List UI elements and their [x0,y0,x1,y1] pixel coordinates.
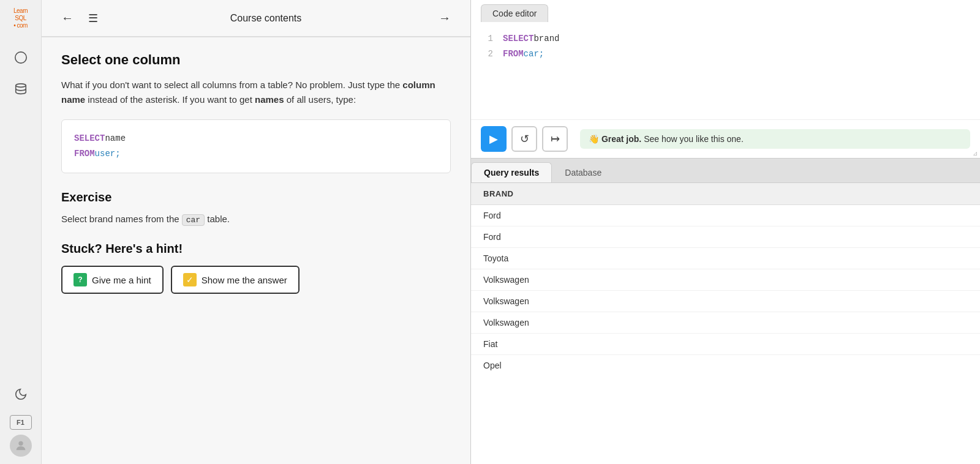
exercise-inline-code: car [182,214,205,226]
code-line-1: 1 SELECT brand [478,31,973,47]
back-button[interactable]: ← [56,9,78,28]
user-avatar[interactable] [10,435,32,457]
intro-text-3: of all users, type: [284,94,356,105]
lesson-title: Select one column [61,52,451,68]
table-row: Fiat [471,334,980,355]
show-answer-button[interactable]: ✓ Show me the answer [171,266,300,294]
query-results-tab[interactable]: Query results [471,162,552,182]
hint-buttons-container: ? Give me a hint ✓ Show me the answer [61,266,451,294]
sql-brand-val: brand [533,31,559,47]
code-editor-tab[interactable]: Code editor [481,4,548,22]
hint-section-title: Stuck? Here's a hint! [61,242,451,256]
code-select-kw: SELECT [74,131,105,146]
lesson-code-block: SELECT name FROM user; [61,119,451,173]
hint-icon: ? [74,273,87,286]
run-icon: ▶ [489,132,498,146]
exercise-title: Exercise [61,190,451,204]
svg-point-2 [18,441,23,446]
svg-point-1 [15,84,26,88]
left-panel: ← ☰ Course contents → Select one column … [42,0,470,464]
forward-code-button[interactable]: ↦ [542,126,568,152]
logo-line2: SQL [13,15,28,22]
intro-text-1: What if you don't want to select all col… [61,80,402,90]
table-row: Volkswagen [471,312,980,334]
code-from-kw: FROM [74,146,95,162]
success-bold-text: Great job. [601,134,641,144]
sql-from-kw: FROM [503,47,524,62]
lesson-intro-text: What if you don't want to select all col… [61,78,451,107]
intro-text-2: instead of the asterisk. If you want to … [85,94,255,105]
table-row: Volkswagen [471,269,980,291]
success-message: 👋 Great job. See how you like this one. [580,129,970,149]
answer-icon: ✓ [183,273,197,286]
table-row: Ford [471,205,980,226]
line-num-2: 2 [478,47,493,62]
line-num-1: 1 [478,31,493,47]
forward-button[interactable]: → [434,9,456,28]
exercise-text: Select brand names from the car table. [61,212,451,227]
table-row: Opel [471,355,980,376]
results-tabs: Query results Database [471,159,980,183]
code-name-val: name [105,131,126,146]
top-nav: ← ☰ Course contents → [42,0,470,37]
sql-select-kw: SELECT [503,31,533,47]
results-panel: Query results Database BRAND Ford Ford T… [471,159,980,464]
reset-icon: ↺ [520,132,529,146]
course-contents-title: Course contents [108,13,424,24]
bold-names: names [255,94,284,105]
exercise-text-before: Select brand names from the [61,214,182,224]
keyboard-shortcut-icon[interactable]: F1 [10,415,32,430]
keyboard-label: F1 [17,419,24,426]
resize-handle[interactable]: ⊿ [973,150,978,157]
editor-toolbar: ▶ ↺ ↦ 👋 Great job. See how you like this… [471,119,980,158]
answer-btn-label: Show me the answer [202,275,287,285]
code-editor-panel: Code editor 1 SELECT brand 2 FROM car; ▶… [471,0,980,159]
right-panel: 20 exercises left to finish this part Co… [470,0,980,464]
success-text: See how you like this one. [644,134,744,144]
code-user-val: user; [95,146,121,162]
logo-line3: • com [13,22,28,29]
table-row: Volkswagen [471,291,980,312]
results-table: BRAND Ford Ford Toyota Volkswagen Volksw… [471,183,980,464]
reset-button[interactable]: ↺ [511,126,537,152]
svg-point-0 [15,52,26,63]
exercise-text-after: table. [205,214,230,224]
run-button[interactable]: ▶ [481,126,507,152]
table-row: Ford [471,226,980,248]
content-area: Select one column What if you don't want… [42,37,470,464]
theme-icon[interactable] [7,381,34,408]
table-column-header: BRAND [471,183,980,205]
hint-icon-symbol: ? [78,275,82,284]
sidebar: Learn SQL • com F1 [0,0,42,464]
editor-body[interactable]: 1 SELECT brand 2 FROM car; [471,21,980,119]
database-tab[interactable]: Database [552,162,614,182]
forward-icon: ↦ [551,132,560,146]
success-emoji: 👋 [589,134,599,144]
answer-icon-symbol: ✓ [186,275,194,285]
sql-car-val: car; [524,47,545,62]
database-icon[interactable] [7,76,34,103]
hint-button[interactable]: ? Give me a hint [61,266,164,294]
hint-btn-label: Give me a hint [92,275,151,285]
menu-lines-icon: ☰ [88,12,98,25]
code-line-2: 2 FROM car; [478,47,973,62]
logo[interactable]: Learn SQL • com [13,7,28,29]
chat-icon[interactable] [7,44,34,71]
table-row: Toyota [471,248,980,269]
logo-line1: Learn [13,7,28,15]
